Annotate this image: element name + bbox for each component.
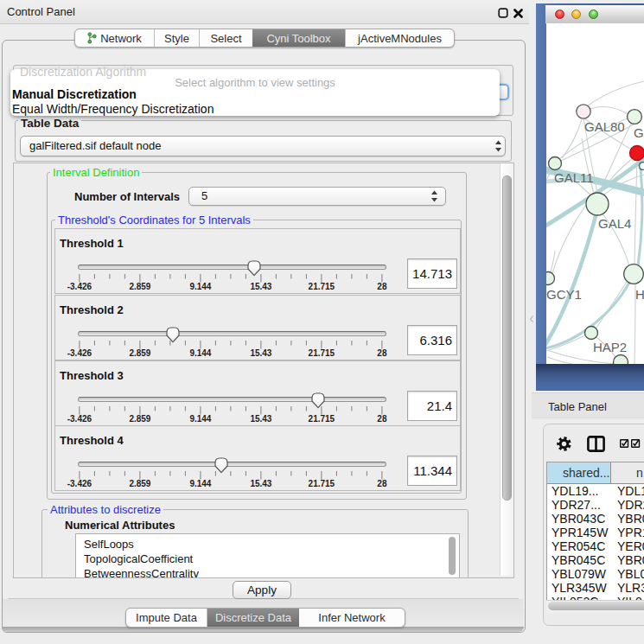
- svg-text:H: H: [635, 287, 644, 302]
- svg-text:GAL80: GAL80: [584, 119, 625, 134]
- svg-text:GCY1: GCY1: [546, 287, 582, 302]
- svg-text:GAL4: GAL4: [598, 216, 631, 231]
- svg-text:C: C: [638, 158, 644, 173]
- svg-text:GA: GA: [634, 125, 644, 140]
- svg-text:HAP2: HAP2: [593, 340, 627, 354]
- svg-text:GAL11: GAL11: [554, 170, 594, 185]
